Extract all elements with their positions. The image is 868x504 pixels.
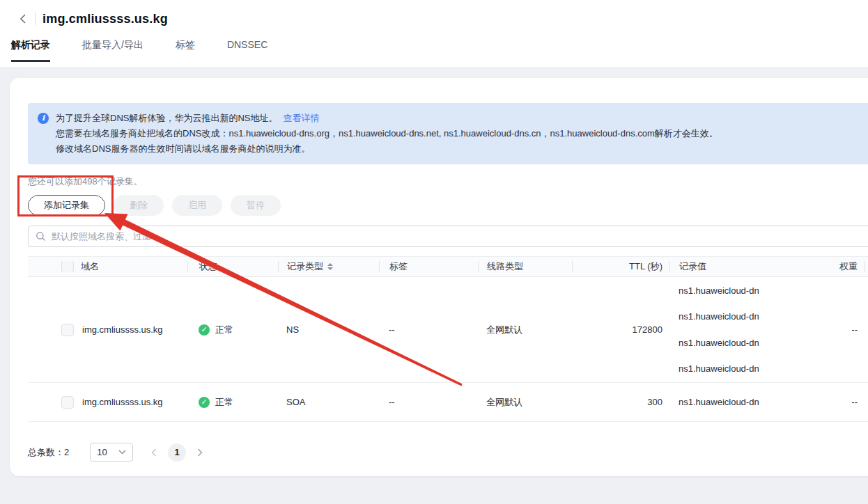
record-value: ns1.huaweicloud-dn [679, 278, 793, 304]
search-icon [36, 231, 46, 242]
select-all-checkbox[interactable] [61, 261, 74, 272]
banner-line1: 为了提升全球DNS解析体验，华为云推出新的NS地址。 [56, 113, 278, 123]
row-weight: -- [795, 324, 865, 335]
col-header-tag: 标签 [379, 261, 478, 272]
prev-page-icon[interactable] [146, 444, 162, 461]
row-checkbox[interactable] [61, 324, 74, 336]
tab-resolution-records[interactable]: 解析记录 [11, 39, 50, 62]
status-ok-icon: ✓ [199, 324, 210, 336]
tab-batch-import-export[interactable]: 批量导入/导出 [82, 39, 144, 62]
banner-line2: 您需要在域名服务商处把域名的DNS改成：ns1.huaweicloud-dns.… [56, 126, 718, 141]
row-record-type: NS [278, 324, 379, 335]
row-record-type: SOA [278, 397, 379, 407]
total-count-label: 总条数：2 [28, 446, 69, 459]
col-header-weight: 权重 [795, 261, 865, 272]
quota-text: 您还可以添加498个记录集。 [28, 175, 868, 188]
toolbar: 添加记录集 删除 启用 暂停 [28, 195, 868, 216]
row-line-type: 全网默认 [478, 324, 572, 336]
table-header-row: 域名 状态 记录类型 标签 线路类型 TTL (秒) 记录值 权重 创建 [28, 256, 868, 277]
record-value: ns1.huaweicloud-dn [679, 397, 793, 407]
row-tag: -- [379, 397, 478, 407]
tab-bar: 解析记录 批量导入/导出 标签 DNSSEC [0, 39, 868, 62]
next-page-icon[interactable] [192, 444, 208, 461]
enable-button[interactable]: 启用 [172, 195, 222, 216]
status-label: 正常 [215, 324, 233, 336]
tab-tags[interactable]: 标签 [176, 39, 195, 62]
back-icon[interactable] [15, 11, 31, 26]
table-footer: 总条数：2 10 1 [28, 443, 868, 462]
col-header-line-type: 线路类型 [478, 261, 572, 272]
col-header-ttl: TTL (秒) [572, 261, 669, 272]
sort-icon[interactable] [327, 263, 333, 270]
search-box [28, 226, 868, 247]
col-header-record-value: 记录值 [669, 261, 795, 272]
page-header: img.cmliussss.us.kg 解析记录 批量导入/导出 标签 DNSS… [0, 0, 868, 67]
record-value: ns1.huaweicloud-dn [679, 330, 793, 356]
search-input[interactable] [52, 231, 868, 242]
banner-line3: 修改域名DNS服务器的生效时间请以域名服务商处的说明为准。 [56, 141, 718, 157]
record-value: ns1.huaweicloud-dn [679, 356, 793, 382]
row-created: 20 [865, 397, 868, 407]
col-header-record-type: 记录类型 [278, 261, 379, 272]
row-status: ✓ 正常 [187, 324, 278, 336]
status-label: 正常 [215, 396, 233, 409]
page-number[interactable]: 1 [168, 443, 186, 462]
col-header-domain: 域名 [81, 261, 187, 272]
dns-record-page: { "header": { "title": "img.cmliussss.us… [0, 0, 868, 504]
row-ttl: 300 [572, 397, 669, 407]
row-weight: -- [795, 397, 865, 407]
page-size-value: 10 [97, 447, 107, 457]
row-domain: img.cmliussss.us.kg [81, 324, 187, 335]
tab-dnssec[interactable]: DNSSEC [227, 39, 268, 62]
info-icon: i [38, 113, 49, 124]
table-row-ns: img.cmliussss.us.kg ✓ 正常 NS -- 全网默认 1728… [28, 277, 868, 383]
row-checkbox[interactable] [61, 396, 74, 409]
status-ok-icon: ✓ [199, 397, 210, 408]
page-size-select[interactable]: 10 [90, 443, 133, 462]
title-row: img.cmliussss.us.kg [0, 0, 868, 26]
view-details-link[interactable]: 查看详情 [284, 113, 320, 123]
banner-text: 为了提升全球DNS解析体验，华为云推出新的NS地址。查看详情 您需要在域名服务商… [56, 111, 718, 157]
table-row-soa: img.cmliussss.us.kg ✓ 正常 SOA -- 全网默认 300… [28, 383, 868, 422]
col-header-status: 状态 [187, 261, 278, 272]
row-tag: -- [379, 324, 478, 335]
row-created: 20 [865, 324, 868, 335]
delete-button[interactable]: 删除 [114, 195, 164, 216]
page-title: img.cmliussss.us.kg [42, 12, 168, 26]
info-banner: i 为了提升全球DNS解析体验，华为云推出新的NS地址。查看详情 您需要在域名服… [28, 103, 868, 164]
records-card: i 为了提升全球DNS解析体验，华为云推出新的NS地址。查看详情 您需要在域名服… [10, 78, 868, 476]
row-record-values: ns1.huaweicloud-dn [669, 397, 795, 407]
record-value: ns1.huaweicloud-dn [679, 304, 793, 330]
add-record-set-button[interactable]: 添加记录集 [28, 195, 105, 216]
pause-button[interactable]: 暂停 [231, 195, 281, 216]
col-header-created: 创建 [865, 261, 868, 272]
chevron-down-icon [118, 450, 126, 455]
records-table: 域名 状态 记录类型 标签 线路类型 TTL (秒) 记录值 权重 创建 img… [28, 256, 868, 422]
row-record-values: ns1.huaweicloud-dn ns1.huaweicloud-dn ns… [669, 278, 795, 382]
pagination: 1 [146, 443, 208, 462]
title-divider [35, 13, 36, 25]
row-status: ✓ 正常 [187, 396, 278, 409]
row-line-type: 全网默认 [478, 396, 572, 409]
row-domain: img.cmliussss.us.kg [81, 397, 187, 407]
row-ttl: 172800 [572, 324, 669, 335]
